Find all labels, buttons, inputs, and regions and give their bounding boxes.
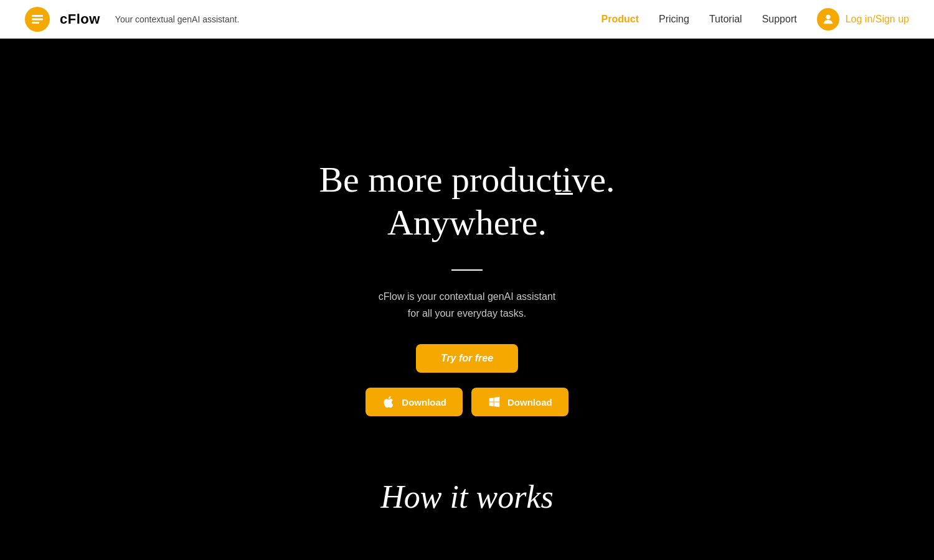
apple-icon bbox=[382, 395, 395, 409]
login-link[interactable]: Log in/Sign up bbox=[846, 14, 909, 25]
main-content: Be more productive. Anywhere. cFlow is y… bbox=[0, 0, 934, 560]
logo-icon-svg bbox=[30, 12, 45, 27]
decorative-dash bbox=[555, 193, 573, 195]
download-win-button[interactable]: Download bbox=[471, 388, 568, 416]
hero-title-line2: Anywhere. bbox=[387, 201, 547, 245]
svg-rect-1 bbox=[32, 19, 43, 21]
page-wrapper: cFlow Your contextual genAI assistant. P… bbox=[0, 0, 934, 560]
hero-divider bbox=[451, 269, 483, 271]
hero-section: Be more productive. Anywhere. cFlow is y… bbox=[319, 83, 615, 454]
nav-auth: Log in/Sign up bbox=[817, 8, 909, 30]
nav-link-product[interactable]: Product bbox=[601, 14, 639, 25]
download-buttons: Download Download bbox=[366, 388, 568, 416]
try-for-free-button[interactable]: Try for free bbox=[416, 344, 518, 373]
navbar-left: cFlow Your contextual genAI assistant. bbox=[25, 7, 239, 32]
navbar-right: Product Pricing Tutorial Support Log in/… bbox=[601, 8, 909, 30]
svg-point-3 bbox=[826, 15, 830, 19]
logo-tagline: Your contextual genAI assistant. bbox=[115, 14, 240, 24]
windows-icon bbox=[488, 395, 501, 409]
hero-description-line2: for all your everyday tasks. bbox=[408, 308, 526, 319]
download-mac-button[interactable]: Download bbox=[366, 388, 463, 416]
user-icon-svg bbox=[821, 12, 835, 26]
download-mac-label: Download bbox=[402, 397, 446, 408]
svg-rect-2 bbox=[32, 22, 39, 24]
hero-description: cFlow is your contextual genAI assistant… bbox=[379, 288, 556, 322]
navbar: cFlow Your contextual genAI assistant. P… bbox=[0, 0, 934, 39]
hero-description-line1: cFlow is your contextual genAI assistant bbox=[379, 291, 556, 302]
svg-rect-0 bbox=[32, 15, 43, 17]
nav-link-support[interactable]: Support bbox=[762, 14, 797, 25]
how-it-works-section: How it works bbox=[0, 454, 934, 515]
nav-link-pricing[interactable]: Pricing bbox=[659, 14, 689, 25]
user-avatar-icon bbox=[817, 8, 839, 30]
logo-text: cFlow bbox=[60, 11, 100, 27]
nav-link-tutorial[interactable]: Tutorial bbox=[709, 14, 742, 25]
download-win-label: Download bbox=[507, 397, 552, 408]
how-it-works-title: How it works bbox=[380, 478, 553, 515]
logo-icon bbox=[25, 7, 50, 32]
